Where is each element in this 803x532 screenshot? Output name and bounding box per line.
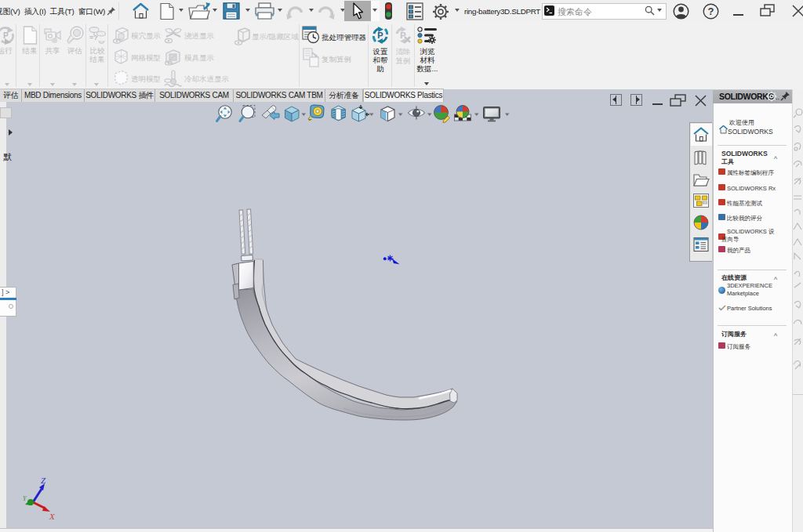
svg-text:P: P	[400, 31, 405, 40]
svg-text:P: P	[3, 31, 9, 40]
svg-text:Z: Z	[41, 476, 46, 485]
svg-text:=?: =?	[89, 34, 98, 42]
svg-text:X: X	[49, 512, 56, 521]
svg-text:Y: Y	[23, 495, 27, 502]
svg-text:P: P	[377, 31, 383, 40]
svg-text:?: ?	[708, 5, 714, 17]
